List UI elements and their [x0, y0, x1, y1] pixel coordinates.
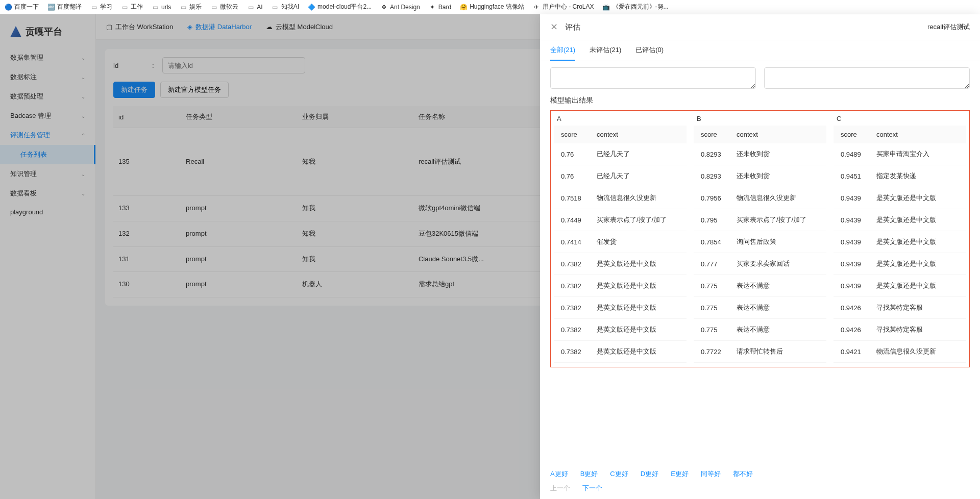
bookmark-icon: 🔤 [47, 3, 55, 11]
bookmark-item[interactable]: ▭微软云 [210, 3, 238, 11]
result-row: 0.777买家要求卖家回话 [694, 253, 826, 275]
eval-drawer: ✕ 评估 recall评估测试 全部(21)未评估(21)已评估(0) 模型输出… [540, 14, 980, 499]
result-row: 0.7414催发货 [554, 231, 687, 253]
drawer-tab[interactable]: 全部(21) [550, 40, 575, 61]
choice-button[interactable]: E更好 [671, 469, 689, 479]
bookmark-item[interactable]: ✈用户中心 - CroLAX [532, 3, 594, 11]
context-cell: 买家表示点了/按了/加了 [590, 209, 687, 231]
score-cell: 0.7382 [554, 341, 590, 363]
bookmark-label: 百度一下 [14, 3, 39, 11]
context-cell: 还未收到货 [729, 165, 826, 187]
bookmark-label: Huggingface 镜像站 [470, 3, 524, 11]
bookmark-icon: 🤗 [459, 3, 468, 11]
bookmark-item[interactable]: ▭知我AI [271, 3, 299, 11]
result-row: 0.7854询问售后政策 [694, 231, 826, 253]
close-icon[interactable]: ✕ [550, 21, 558, 33]
bookmark-label: 《爱在西元前》-努... [612, 3, 669, 11]
app-container: 贡嘎平台 数据集管理⌄数据标注⌄数据预处理⌄Badcase 管理⌄评测任务管理⌃… [0, 14, 980, 499]
score-cell: 0.9439 [834, 253, 869, 275]
bookmark-item[interactable]: ▭urls [151, 3, 171, 11]
bookmark-icon: ▭ [210, 3, 218, 11]
context-cell: 物流信息很久没更新 [729, 187, 826, 209]
result-row: 0.7382是英文版还是中文版 [554, 341, 687, 363]
nav-row: 上一个 下一个 [550, 484, 970, 493]
result-column: Cscorecontext0.9489买家申请淘宝介入0.9451指定发某快递0… [834, 115, 966, 363]
score-cell: 0.7449 [554, 209, 590, 231]
bookmark-item[interactable]: ▭学习 [90, 3, 112, 11]
score-cell: 0.795 [694, 209, 729, 231]
result-table: scorecontext0.9489买家申请淘宝介入0.9451指定发某快递0.… [834, 126, 966, 363]
bookmark-item[interactable]: 🔷model-cloud平台2... [307, 3, 372, 11]
bookmark-icon: ▭ [179, 3, 187, 11]
context-cell: 指定发某快递 [869, 165, 966, 187]
score-cell: 0.7382 [554, 275, 590, 297]
score-cell: 0.775 [694, 297, 729, 319]
bookmark-item[interactable]: 🔤百度翻译 [47, 3, 82, 11]
drawer-subtitle: recall评估测试 [927, 22, 970, 32]
bookmark-icon: ▭ [90, 3, 98, 11]
bookmark-item[interactable]: 📺《爱在西元前》-努... [602, 3, 669, 11]
bookmark-label: 学习 [100, 3, 112, 11]
context-cell: 是英文版还是中文版 [590, 275, 687, 297]
score-cell: 0.7382 [554, 319, 590, 341]
score-cell: 0.9426 [834, 319, 869, 341]
bookmark-label: model-cloud平台2... [317, 3, 372, 11]
context-cell: 是英文版还是中文版 [590, 297, 687, 319]
bookmark-icon: 📺 [602, 3, 610, 11]
context-cell: 买家表示点了/按了/加了 [729, 209, 826, 231]
result-row: 0.9489买家申请淘宝介入 [834, 143, 966, 165]
result-table: scorecontext0.8293还未收到货0.8293还未收到货0.7956… [694, 126, 826, 363]
result-row: 0.9421物流信息很久没更新 [834, 341, 966, 363]
bookmark-icon: ✈ [532, 3, 541, 11]
bookmark-item[interactable]: 🤗Huggingface 镜像站 [459, 3, 524, 11]
bookmark-item[interactable]: ▭娱乐 [179, 3, 202, 11]
context-cell: 询问售后政策 [729, 231, 826, 253]
score-cell: 0.9421 [834, 341, 869, 363]
textarea-left[interactable] [550, 67, 756, 89]
score-cell: 0.7956 [694, 187, 729, 209]
score-cell: 0.775 [694, 275, 729, 297]
bookmark-item[interactable]: 🔵百度一下 [4, 3, 39, 11]
bookmark-label: urls [161, 4, 171, 11]
context-cell: 是英文版还是中文版 [869, 209, 966, 231]
context-cell: 已经几天了 [590, 143, 687, 165]
drawer-header: ✕ 评估 recall评估测试 [540, 14, 980, 40]
context-cell: 表达不满意 [729, 319, 826, 341]
result-row: 0.9439是英文版还是中文版 [834, 187, 966, 209]
drawer-body: 模型输出结果 Ascorecontext0.76已经几天了0.76已经几天了0.… [540, 61, 980, 463]
next-button[interactable]: 下一个 [582, 484, 602, 493]
choice-button[interactable]: 同等好 [701, 469, 721, 479]
prev-button[interactable]: 上一个 [550, 484, 570, 493]
result-row: 0.795买家表示点了/按了/加了 [694, 209, 826, 231]
choice-button[interactable]: D更好 [641, 469, 658, 479]
bookmark-item[interactable]: ❖Ant Design [380, 3, 420, 11]
choice-button[interactable]: A更好 [550, 469, 568, 479]
bookmark-label: 娱乐 [189, 3, 202, 11]
bookmark-item[interactable]: ▭AI [247, 3, 262, 11]
drawer-tab[interactable]: 已评估(0) [635, 40, 664, 61]
score-cell: 0.9426 [834, 297, 869, 319]
score-cell: 0.7382 [554, 297, 590, 319]
drawer-footer: A更好B更好C更好D更好E更好同等好都不好 上一个 下一个 [540, 463, 980, 499]
results-title: 模型输出结果 [550, 96, 970, 105]
bookmark-item[interactable]: ▭工作 [120, 3, 143, 11]
choice-button[interactable]: 都不好 [733, 469, 753, 479]
th-score: score [834, 126, 869, 143]
score-cell: 0.9489 [834, 143, 869, 165]
textarea-right[interactable] [764, 67, 970, 89]
result-row: 0.8293还未收到货 [694, 143, 826, 165]
result-row: 0.8293还未收到货 [694, 165, 826, 187]
score-cell: 0.9439 [834, 209, 869, 231]
context-cell: 买家申请淘宝介入 [869, 143, 966, 165]
context-cell: 是英文版还是中文版 [869, 231, 966, 253]
choice-button[interactable]: B更好 [580, 469, 598, 479]
context-cell: 是英文版还是中文版 [869, 253, 966, 275]
score-cell: 0.777 [694, 253, 729, 275]
choice-button[interactable]: C更好 [610, 469, 628, 479]
drawer-tab[interactable]: 未评估(21) [590, 40, 621, 61]
bookmark-label: 用户中心 - CroLAX [543, 3, 594, 11]
bookmark-icon: ▭ [271, 3, 279, 11]
bookmark-item[interactable]: ✦Bard [428, 3, 451, 11]
score-cell: 0.9451 [834, 165, 869, 187]
context-cell: 是英文版还是中文版 [869, 275, 966, 297]
